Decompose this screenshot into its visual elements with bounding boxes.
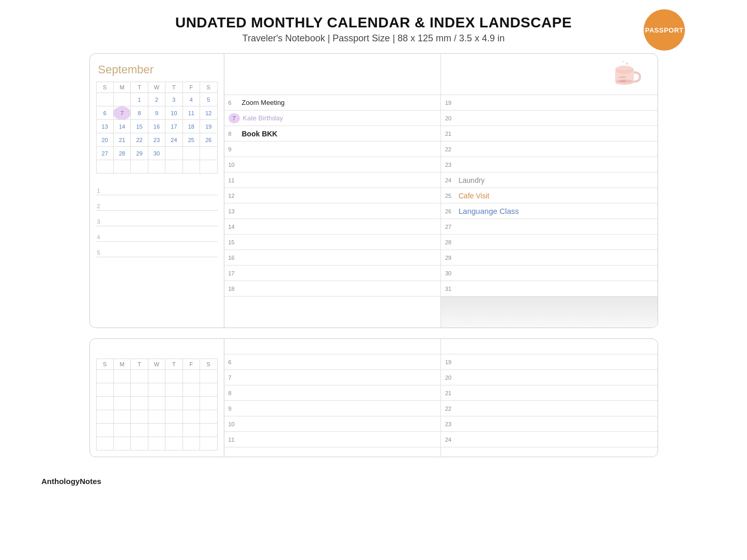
cal-cell — [113, 160, 130, 174]
index-row: 7 Kate Birthday — [224, 111, 441, 126]
cal-cell: 23 — [148, 133, 165, 147]
index-panel-1: 6 Zoom Meeting 7 Kate Birthday 8 Book BK… — [224, 54, 658, 328]
cal-cell-blank — [96, 424, 113, 437]
cal-cell: 1 — [131, 93, 148, 106]
calendar-grid-1: S M T W T F S 1 2 3 — [96, 82, 218, 174]
cal-cell-blank — [182, 437, 200, 450]
index-num: 7 — [228, 375, 240, 381]
cal-cell-blank — [113, 383, 130, 397]
index-row-right: 22 — [441, 142, 658, 157]
cal-cell-blank — [200, 424, 217, 437]
cal-cell-blank — [96, 437, 113, 450]
index-text-cafe: Cafe Visit — [456, 192, 490, 200]
calendar-row-blank — [96, 383, 217, 397]
index-num: 17 — [228, 270, 240, 276]
subtitle: Traveler's Notebook | Passport Size | 88… — [0, 33, 747, 44]
cal-cell-blank — [165, 424, 182, 437]
index-num: 24 — [445, 177, 456, 183]
index-column-middle: 6 Zoom Meeting 7 Kate Birthday 8 Book BK… — [224, 54, 441, 328]
day-header-t2: T — [165, 359, 182, 370]
cal-cell-blank — [182, 383, 200, 397]
cal-cell: 9 — [148, 106, 165, 120]
calendar-row: 13 14 15 16 17 18 19 — [96, 120, 217, 133]
cal-cell-blank — [113, 370, 130, 383]
index-row: 16 — [224, 250, 441, 266]
index-row: 15 — [224, 235, 441, 250]
page-header: UNDATED MONTHLY CALENDAR & INDEX LANDSCA… — [0, 0, 747, 53]
cal-cell-blank — [131, 383, 148, 397]
cal-cell-blank — [131, 370, 148, 383]
index-num: 22 — [445, 146, 456, 152]
index-num: 8 — [228, 390, 240, 396]
passport-badge: PASSPORT — [644, 9, 685, 51]
cal-cell-blank — [165, 410, 182, 424]
index-row: 17 — [224, 266, 441, 281]
cal-cell: 21 — [113, 133, 130, 147]
day-header-f1: F — [182, 82, 200, 93]
blank-index-row: 7 — [224, 370, 441, 385]
index-panel-2: 6 7 8 9 10 11 19 20 21 22 23 24 — [224, 339, 658, 457]
blank-index-row: 23 — [441, 416, 658, 432]
note-num: 4 — [96, 234, 100, 240]
index-row-right: 30 — [441, 266, 658, 281]
index-row: 10 — [224, 157, 441, 173]
index-num: 12 — [228, 193, 240, 199]
index-text-laundry: Laundry — [456, 176, 485, 184]
day-header-s: S — [96, 359, 113, 370]
day-header-m1: M — [113, 82, 130, 93]
index-num-highlight: 7 — [228, 113, 240, 123]
brand-bold: Anthology — [41, 477, 80, 486]
cal-cell-blank — [96, 383, 113, 397]
brand-text: AnthologyNotes — [41, 477, 101, 486]
note-num: 3 — [96, 219, 100, 225]
footer: AnthologyNotes — [0, 468, 747, 495]
index-column-right-2: 19 20 21 22 23 24 — [441, 339, 658, 457]
calendar-row: 20 21 22 23 24 25 26 — [96, 133, 217, 147]
index-num: 21 — [445, 390, 456, 396]
cal-cell: 6 — [96, 106, 113, 120]
index-column-right: cozy vibes 19 20 21 22 23 24 Laundry — [441, 54, 658, 328]
day-header-m: M — [113, 359, 130, 370]
cal-cell: 30 — [148, 147, 165, 160]
blank-header — [224, 339, 441, 354]
index-num: 20 — [445, 115, 456, 121]
cal-cell-blank — [200, 437, 217, 450]
cozy-mug-icon: cozy vibes — [609, 59, 645, 89]
index-num: 16 — [228, 255, 240, 261]
day-header-t2: T — [165, 82, 182, 93]
cal-cell-blank — [148, 383, 165, 397]
blank-index-row: 20 — [441, 370, 658, 385]
index-row-right: 29 — [441, 250, 658, 266]
cal-cell: 10 — [165, 106, 182, 120]
index-row-right: 26 Languange Class — [441, 204, 658, 219]
note-line: 4 — [96, 226, 218, 242]
cal-cell — [165, 160, 182, 174]
cal-cell: 22 — [131, 133, 148, 147]
calendar-page-2: S M T W T F S — [89, 338, 658, 457]
day-header-t: T — [131, 359, 148, 370]
blank-index-row: 11 — [224, 432, 441, 447]
day-header-w: W — [148, 359, 165, 370]
cal-cell-blank — [165, 370, 182, 383]
index-column-middle-2: 6 7 8 9 10 11 — [224, 339, 441, 457]
cal-cell: 11 — [182, 106, 200, 120]
index-num: 8 — [228, 131, 240, 137]
index-row-right: 23 — [441, 157, 658, 173]
main-content: September S M T W T F S — [0, 53, 747, 468]
index-row-right: 31 — [441, 281, 658, 297]
cal-cell — [182, 160, 200, 174]
cal-cell-blank — [182, 424, 200, 437]
bottom-gradient — [441, 297, 658, 328]
index-text-lang: Languange Class — [456, 207, 519, 215]
index-num: 20 — [445, 375, 456, 381]
cal-cell: 20 — [96, 133, 113, 147]
note-line: 2 — [96, 195, 218, 211]
cal-cell: 15 — [131, 120, 148, 133]
calendar-row: 27 28 29 30 — [96, 147, 217, 160]
index-num: 11 — [228, 437, 240, 443]
blank-header — [441, 339, 658, 354]
blank-index-row: 24 — [441, 432, 658, 447]
index-num: 19 — [445, 100, 456, 106]
index-num: 10 — [228, 162, 240, 168]
cal-cell-blank — [96, 370, 113, 383]
